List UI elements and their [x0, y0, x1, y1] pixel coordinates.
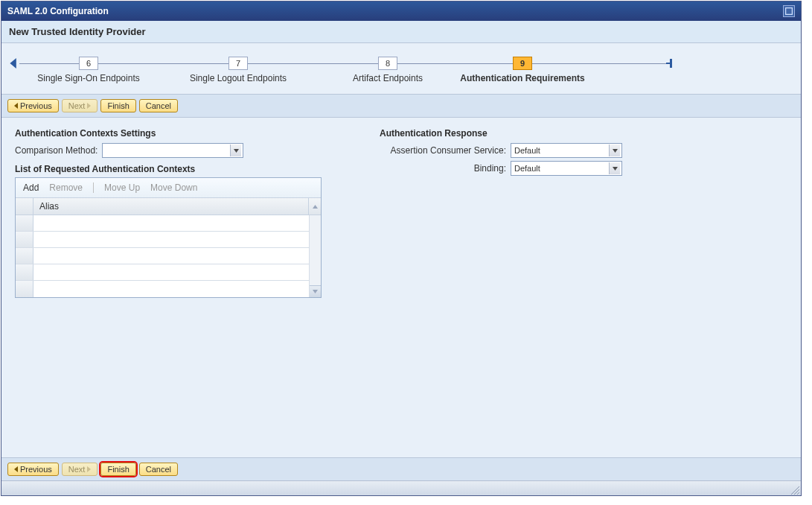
roadmap-connector — [397, 63, 513, 64]
resize-grip-icon[interactable] — [789, 484, 799, 495]
section-title-auth-response: Authentication Response — [380, 128, 692, 139]
table-row[interactable] — [16, 232, 309, 248]
window-maximize-icon[interactable] — [783, 5, 795, 17]
cell-alias[interactable] — [33, 281, 309, 297]
roadmap-step-7[interactable]: 7 Single Logout Endpoints — [228, 57, 248, 70]
row-selector[interactable] — [16, 232, 33, 247]
titlebar: SAML 2.0 Configuration — [1, 1, 801, 21]
row-selector-header[interactable] — [16, 198, 33, 215]
svg-marker-4 — [234, 149, 239, 153]
comparison-method-label: Comparison Method: — [15, 145, 97, 156]
auth-contexts-table: Add Remove Move Up Move Down Alias — [15, 177, 322, 298]
binding-dropdown[interactable]: Default — [511, 161, 622, 176]
roadmap-connector — [98, 63, 228, 64]
roadmap-step-number: 7 — [228, 57, 248, 70]
roadmap-step-number: 8 — [378, 57, 397, 70]
roadmap-back-icon[interactable] — [9, 58, 19, 69]
row-selector[interactable] — [16, 281, 33, 297]
toolbar-move-down: Move Down — [150, 182, 197, 193]
previous-button[interactable]: Previous — [7, 99, 59, 112]
comparison-method-dropdown[interactable] — [102, 143, 243, 158]
button-label: Finish — [107, 101, 129, 110]
previous-button[interactable]: Previous — [7, 463, 59, 476]
svg-marker-1 — [10, 58, 16, 69]
roadmap-step-number: 9 — [513, 57, 532, 70]
toolbar-move-up: Move Up — [104, 182, 140, 193]
roadmap-connector — [532, 63, 666, 64]
svg-line-11 — [797, 492, 799, 495]
cancel-button[interactable]: Cancel — [139, 463, 178, 476]
roadmap-end-icon — [666, 59, 674, 68]
toolbar-add[interactable]: Add — [23, 182, 39, 193]
roadmap-step-number: 6 — [79, 57, 98, 70]
section-title-auth-contexts: Authentication Contexts Settings — [15, 128, 335, 139]
roadmap-step-label: Single Sign-On Endpoints — [37, 73, 139, 83]
cancel-button[interactable]: Cancel — [139, 99, 178, 112]
table-row[interactable] — [16, 215, 309, 232]
cell-alias[interactable] — [33, 264, 309, 280]
table-header: Alias — [16, 198, 321, 215]
button-label: Next — [68, 465, 86, 474]
window-title: SAML 2.0 Configuration — [7, 6, 109, 16]
left-column: Authentication Contexts Settings Compari… — [15, 128, 335, 298]
list-title: List of Requested Authentication Context… — [15, 164, 335, 174]
wizard-header: New Trusted Identity Provider — [1, 21, 801, 43]
button-bar-top: Previous Next Finish Cancel — [1, 95, 801, 118]
triangle-right-icon — [87, 466, 91, 472]
table-scrollbar[interactable] — [309, 215, 321, 297]
acs-label: Assertion Consumer Service: — [380, 145, 506, 156]
next-button: Next — [62, 99, 98, 112]
row-selector[interactable] — [16, 215, 33, 231]
svg-marker-7 — [613, 149, 618, 153]
dropdown-value: Default — [514, 146, 540, 155]
table-body — [16, 215, 309, 297]
toolbar-separator — [93, 182, 94, 193]
row-selector[interactable] — [16, 248, 33, 264]
triangle-left-icon — [14, 103, 18, 109]
button-label: Cancel — [146, 101, 171, 110]
roadmap-connector — [19, 63, 79, 64]
button-label: Previous — [20, 101, 52, 110]
triangle-right-icon — [87, 103, 91, 109]
chevron-down-icon — [230, 144, 241, 156]
chevron-down-icon — [609, 162, 620, 174]
table-row[interactable] — [16, 281, 309, 297]
cell-alias[interactable] — [33, 248, 309, 264]
roadmap-step-label: Single Logout Endpoints — [190, 73, 287, 83]
chevron-down-icon — [609, 144, 620, 156]
binding-label: Binding: — [380, 163, 506, 174]
wizard-roadmap: 6 Single Sign-On Endpoints 7 Single Logo… — [1, 43, 801, 95]
finish-button[interactable]: Finish — [100, 99, 135, 112]
svg-marker-6 — [313, 290, 318, 293]
cell-alias[interactable] — [33, 232, 309, 247]
table-row[interactable] — [16, 264, 309, 281]
roadmap-step-6[interactable]: 6 Single Sign-On Endpoints — [79, 57, 98, 70]
main-content: Authentication Contexts Settings Compari… — [1, 118, 801, 457]
dropdown-value: Default — [514, 164, 540, 173]
button-label: Finish — [107, 465, 129, 474]
right-column: Authentication Response Assertion Consum… — [380, 128, 692, 179]
column-header-alias[interactable]: Alias — [33, 198, 309, 215]
finish-button[interactable]: Finish — [100, 463, 135, 476]
roadmap-step-8[interactable]: 8 Artifact Endpoints — [378, 57, 397, 70]
toolbar-remove: Remove — [49, 182, 83, 193]
svg-marker-5 — [313, 205, 318, 209]
statusbar — [1, 480, 801, 495]
roadmap-step-label: Artifact Endpoints — [353, 73, 423, 83]
scroll-up-icon[interactable] — [309, 198, 321, 215]
config-window: SAML 2.0 Configuration New Trusted Ident… — [1, 1, 802, 496]
next-button: Next — [62, 463, 98, 476]
button-bar-bottom: Previous Next Finish Cancel — [1, 457, 801, 480]
svg-rect-0 — [786, 8, 793, 15]
button-label: Next — [68, 101, 86, 110]
scroll-down-icon[interactable] — [310, 285, 321, 297]
svg-rect-3 — [666, 63, 671, 64]
cell-alias[interactable] — [33, 215, 309, 231]
acs-dropdown[interactable]: Default — [511, 143, 622, 158]
roadmap-step-9[interactable]: 9 Authentication Requirements — [513, 57, 532, 70]
table-row[interactable] — [16, 248, 309, 264]
svg-line-10 — [794, 489, 799, 495]
roadmap-connector — [248, 63, 378, 64]
table-toolbar: Add Remove Move Up Move Down — [16, 178, 321, 198]
row-selector[interactable] — [16, 264, 33, 280]
